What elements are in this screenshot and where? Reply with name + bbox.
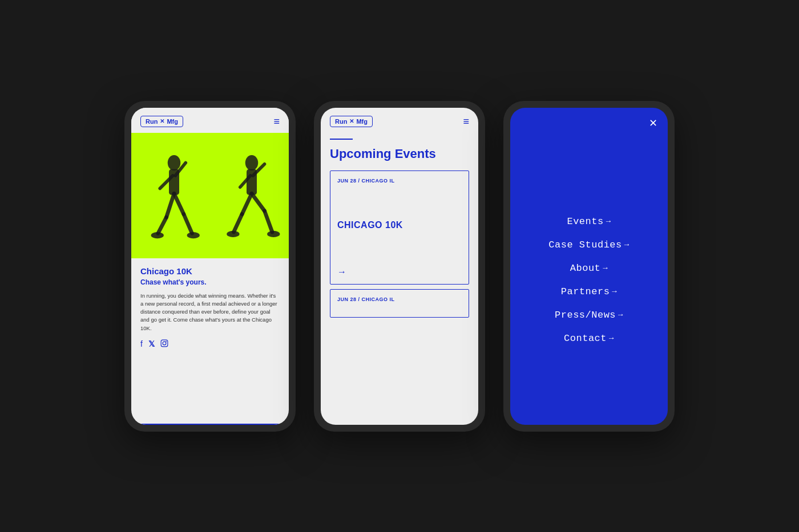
- event-card-date-1: JUN 28 / CHICAGO IL: [337, 178, 462, 184]
- event-card-2[interactable]: JUN 28 / CHICAGO IL: [330, 289, 469, 318]
- instagram-icon[interactable]: [160, 339, 168, 349]
- phone-3-screen: ✕ Events→ Case Studies→ About→ Partners→…: [510, 108, 668, 425]
- nav-case-studies-arrow: →: [624, 240, 629, 249]
- phone-1-screen: Run ✕ Mfg ≡: [131, 108, 289, 425]
- svg-point-21: [163, 342, 166, 345]
- nav-events-label: Events: [567, 216, 603, 227]
- svg-line-15: [265, 210, 273, 232]
- logo-2-mfg: Mfg: [356, 118, 368, 125]
- nav-partners[interactable]: Partners→: [561, 282, 618, 302]
- svg-point-8: [187, 232, 200, 238]
- phone-2-header: Run ✕ Mfg ≡: [321, 108, 478, 133]
- nav-events-arrow: →: [606, 217, 611, 226]
- page-title: Upcoming Events: [330, 147, 469, 161]
- navigation-menu: Events→ Case Studies→ About→ Partners→ P…: [510, 135, 668, 425]
- nav-press-news[interactable]: Press/News→: [555, 305, 623, 325]
- event-card-date-2: JUN 28 / CHICAGO IL: [337, 297, 462, 302]
- svg-point-22: [166, 341, 167, 342]
- nav-about-arrow: →: [603, 263, 608, 273]
- hero-image: [131, 133, 289, 258]
- nav-contact-arrow: →: [609, 334, 614, 343]
- phone-3-header: ✕: [510, 108, 668, 135]
- hamburger-icon-2[interactable]: ≡: [463, 116, 469, 127]
- nav-partners-label: Partners: [561, 286, 610, 297]
- nav-press-arrow: →: [618, 310, 623, 319]
- runner-1-figure: [143, 150, 205, 253]
- title-rule: [330, 139, 353, 140]
- svg-point-0: [168, 155, 181, 170]
- logo-2-run: Run: [335, 118, 347, 125]
- phone-1-header: Run ✕ Mfg ≡: [131, 108, 289, 133]
- svg-point-10: [245, 155, 259, 170]
- logo-x-icon: ✕: [160, 118, 164, 124]
- phone-2-screen: Run ✕ Mfg ≡ Upcoming Events JUN 28 / CHI…: [321, 108, 478, 425]
- svg-line-6: [167, 193, 175, 217]
- event-card-title-1: CHICAGO 10K: [337, 220, 462, 230]
- phone-2-frame: Run ✕ Mfg ≡ Upcoming Events JUN 28 / CHI…: [314, 101, 485, 432]
- nav-about[interactable]: About→: [570, 258, 608, 278]
- event-description: In running, you decide what winning mean…: [140, 292, 280, 332]
- social-icons: f 𝕏: [140, 339, 280, 349]
- logo-2-x-icon: ✕: [349, 118, 354, 124]
- nav-contact[interactable]: Contact→: [564, 328, 614, 348]
- nav-events[interactable]: Events→: [567, 212, 611, 232]
- runner-2-figure: [220, 150, 283, 253]
- nav-about-label: About: [570, 263, 601, 274]
- logo-2[interactable]: Run ✕ Mfg: [330, 116, 373, 127]
- phone-3-frame: ✕ Events→ Case Studies→ About→ Partners→…: [503, 101, 675, 432]
- svg-rect-20: [161, 340, 168, 347]
- logo-run: Run: [146, 118, 158, 125]
- event-title: Chicago 10K: [140, 266, 280, 276]
- svg-point-18: [267, 230, 280, 237]
- phone-1-content: Chicago 10K Chase what's yours. In runni…: [131, 258, 289, 424]
- nav-contact-label: Contact: [564, 333, 607, 344]
- svg-line-16: [242, 193, 252, 214]
- svg-line-7: [158, 217, 167, 233]
- phone-2-content: Upcoming Events JUN 28 / CHICAGO IL CHIC…: [321, 133, 478, 425]
- svg-line-4: [174, 193, 184, 214]
- hamburger-icon[interactable]: ≡: [273, 116, 280, 127]
- nav-case-studies-label: Case Studies: [548, 239, 622, 250]
- twitter-icon[interactable]: 𝕏: [148, 339, 155, 349]
- event-subtitle: Chase what's yours.: [140, 278, 280, 286]
- svg-point-19: [227, 230, 240, 237]
- phone-1-frame: Run ✕ Mfg ≡: [124, 101, 296, 432]
- svg-line-14: [252, 193, 265, 210]
- nav-press-label: Press/News: [555, 310, 616, 320]
- event-card-arrow-1[interactable]: →: [337, 267, 462, 277]
- event-card-1[interactable]: JUN 28 / CHICAGO IL CHICAGO 10K →: [330, 170, 469, 285]
- logo-mfg: Mfg: [167, 118, 178, 125]
- close-icon[interactable]: ✕: [649, 117, 657, 129]
- nav-case-studies[interactable]: Case Studies→: [548, 235, 629, 255]
- svg-line-17: [234, 214, 243, 232]
- nav-partners-arrow: →: [612, 287, 617, 296]
- facebook-icon[interactable]: f: [140, 339, 143, 349]
- svg-line-5: [184, 214, 192, 233]
- svg-point-9: [151, 232, 164, 238]
- bottom-divider: [140, 424, 280, 425]
- logo[interactable]: Run ✕ Mfg: [140, 116, 183, 127]
